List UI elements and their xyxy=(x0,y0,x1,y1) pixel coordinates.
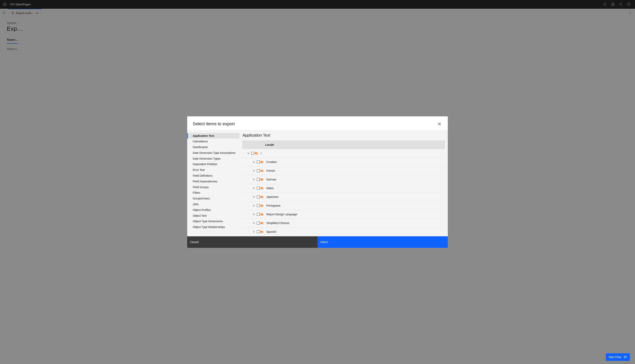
modal-header: Select items to export xyxy=(187,116,448,130)
export-modal: Select items to export Application TextC… xyxy=(187,116,448,248)
table-header: Locale xyxy=(242,140,445,149)
category-list: Application TextCalculationsDashboardsDa… xyxy=(187,130,239,236)
chevron-right-icon[interactable] xyxy=(252,212,256,216)
row-label: Spanish xyxy=(266,230,445,233)
folder-icon xyxy=(260,221,264,225)
select-label: Select xyxy=(320,240,328,244)
category-item[interactable]: Field Definitions xyxy=(187,173,239,179)
folder-icon xyxy=(254,152,258,155)
locale-tree: /CroatianFrenchGermanItalianJapanesePort… xyxy=(242,149,445,236)
checkbox[interactable] xyxy=(257,213,260,216)
category-item[interactable]: Date Dimension Type Associations xyxy=(187,150,239,156)
chevron-right-icon[interactable] xyxy=(252,186,256,190)
checkbox[interactable] xyxy=(257,178,260,181)
modal-overlay: Select items to export Application TextC… xyxy=(0,0,635,364)
chevron-right-icon[interactable] xyxy=(252,178,256,181)
folder-icon xyxy=(260,204,264,208)
tree-row[interactable]: Portuguese xyxy=(242,202,445,210)
column-header-locale: Locale xyxy=(265,143,274,146)
category-item[interactable]: Object Type Dimensions xyxy=(187,218,239,224)
folder-icon xyxy=(260,195,264,199)
chevron-right-icon[interactable] xyxy=(252,195,256,199)
checkbox[interactable] xyxy=(257,187,260,190)
category-item[interactable]: Date Dimension Types xyxy=(187,156,239,162)
tree-row[interactable]: Italian xyxy=(242,184,445,193)
checkbox[interactable] xyxy=(251,152,254,155)
tree-row[interactable]: French xyxy=(242,166,445,175)
row-label: Portuguese xyxy=(266,204,445,207)
cancel-button[interactable]: Cancel xyxy=(187,236,318,248)
select-button[interactable]: Select xyxy=(318,236,448,248)
folder-icon xyxy=(260,160,264,164)
folder-icon xyxy=(260,212,264,216)
category-item[interactable]: Object Text xyxy=(187,213,239,219)
category-item[interactable]: Application Text xyxy=(187,133,239,139)
tree-row[interactable]: German xyxy=(242,175,445,184)
chevron-right-icon[interactable] xyxy=(252,204,256,208)
category-item[interactable]: Jobs xyxy=(187,202,239,207)
row-label: Report Design Language xyxy=(266,213,445,216)
tree-row[interactable]: Croatian xyxy=(242,158,445,166)
tree-row[interactable]: Report Design Language xyxy=(242,210,445,219)
checkbox[interactable] xyxy=(257,196,260,198)
checkbox[interactable] xyxy=(257,204,260,207)
panel-title: Application Text xyxy=(242,133,445,138)
cancel-label: Cancel xyxy=(190,240,199,244)
row-label: Croatian xyxy=(266,160,445,164)
category-item[interactable]: Calculations xyxy=(187,138,239,144)
checkbox[interactable] xyxy=(257,160,260,163)
folder-icon xyxy=(260,230,264,234)
row-label: Simplified Chinese xyxy=(266,222,445,225)
modal-footer: Cancel Select xyxy=(187,236,448,248)
checkbox[interactable] xyxy=(257,230,260,233)
row-label: French xyxy=(266,169,445,172)
close-icon[interactable] xyxy=(437,121,442,127)
category-item[interactable]: Filters xyxy=(187,190,239,196)
category-item[interactable]: Object Profiles xyxy=(187,207,239,213)
row-label: German xyxy=(266,178,445,181)
checkbox[interactable] xyxy=(257,169,260,172)
folder-icon xyxy=(260,178,264,181)
start-chat-button[interactable]: Start Chat xyxy=(606,353,630,361)
chevron-right-icon[interactable] xyxy=(252,169,256,172)
chat-icon xyxy=(624,355,627,359)
chevron-right-icon[interactable] xyxy=(252,160,256,164)
chat-label: Start Chat xyxy=(608,356,621,359)
modal-title: Select items to export xyxy=(193,121,437,126)
category-panel: Application Text Locale /CroatianFrenchG… xyxy=(239,130,448,236)
tree-row[interactable]: Simplified Chinese xyxy=(242,219,445,228)
tree-row[interactable]: Spanish xyxy=(242,228,445,236)
checkbox[interactable] xyxy=(257,222,260,224)
row-label: / xyxy=(261,152,445,155)
category-item[interactable]: Error Text xyxy=(187,167,239,173)
row-label: Italian xyxy=(266,186,445,190)
category-item[interactable]: Dependent Picklists xyxy=(187,162,239,167)
chevron-right-icon[interactable] xyxy=(252,221,256,225)
category-item[interactable]: Dashboards xyxy=(187,144,239,150)
folder-icon xyxy=(260,169,264,172)
chevron-down-icon[interactable] xyxy=(246,152,250,155)
row-label: Japanese xyxy=(266,195,445,198)
category-item[interactable]: Object Type Relationships xyxy=(187,224,239,230)
tree-row-root[interactable]: / xyxy=(242,149,445,158)
modal-body: Application TextCalculationsDashboardsDa… xyxy=(187,130,448,236)
tree-row[interactable]: Japanese xyxy=(242,193,445,202)
chevron-right-icon[interactable] xyxy=(252,230,256,234)
category-item[interactable]: Field Groups xyxy=(187,184,239,190)
category-item[interactable]: Groups/Users xyxy=(187,196,239,202)
category-item[interactable]: Field Dependencies xyxy=(187,179,239,184)
folder-icon xyxy=(260,186,264,190)
